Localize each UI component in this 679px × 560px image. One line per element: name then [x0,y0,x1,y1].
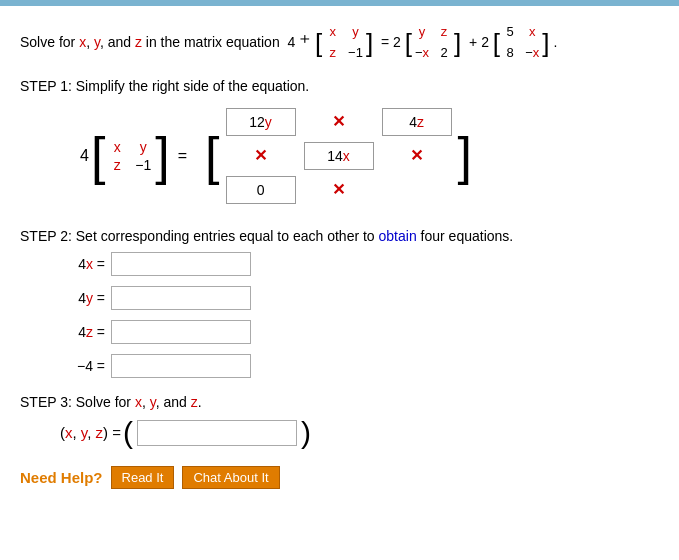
eq3-input[interactable] [111,320,251,344]
equation-row-1: 4x = [60,252,659,276]
x-icon-2: ✕ [226,146,296,165]
eq3-lhs: 4z = [60,324,105,340]
rhs-bracket-right: ] [458,130,472,182]
eq4-input[interactable] [111,354,251,378]
step1-label: STEP 1: Simplify the right side of the e… [20,78,659,94]
xyz-input[interactable] [137,420,297,446]
step1-equation: 4 [ x y z −1 ] = [ 12y ✕ 4z ✕ 14x ✕ 0 ✕ … [80,102,659,210]
eq1-input[interactable] [111,252,251,276]
rhs-bracket-left: [ [205,130,219,182]
result-matrix-grid: 12y ✕ 4z ✕ 14x ✕ 0 ✕ [220,102,458,210]
cell-12y: 12y [226,108,296,136]
step3-description: Solve for x, y, and z. [76,394,202,410]
cell-4z: 4z [382,108,452,136]
problem-header: Solve for x, y, and z in the matrix equa… [20,22,659,64]
lhs-scalar: 4 [80,147,89,165]
lhs-bracket-right: ] [155,130,169,182]
eq4-lhs: −4 = [60,358,105,374]
step2-label: STEP 2: Set corresponding entries equal … [20,228,659,244]
equals-sign: = [178,147,187,165]
equations-container: 4x = 4y = 4z = −4 = [60,252,659,378]
x-icon-1: ✕ [304,112,374,131]
eq2-lhs: 4y = [60,290,105,306]
eq2-input[interactable] [111,286,251,310]
close-paren: ) [301,418,311,448]
equation-row-3: 4z = [60,320,659,344]
chat-about-it-button[interactable]: Chat About It [182,466,279,489]
cell-0: 0 [226,176,296,204]
need-help-section: Need Help? Read It Chat About It [20,466,659,489]
read-it-button[interactable]: Read It [111,466,175,489]
cell-14x: 14x [304,142,374,170]
eq1-lhs: 4x = [60,256,105,272]
step1-description: Simplify the right side of the equation. [76,78,309,94]
x-icon-3: ✕ [382,146,452,165]
need-help-label: Need Help? [20,469,103,486]
lhs-bracket-left: [ [91,130,105,182]
step3-label: STEP 3: Solve for x, y, and z. [20,394,659,410]
xyz-label: (x, y, z) = [60,424,121,441]
x-icon-4: ✕ [304,180,374,199]
step3-row: (x, y, z) = ( ) [60,418,659,448]
step2-description: Set corresponding entries equal to each … [76,228,513,244]
equation-row-4: −4 = [60,354,659,378]
equation-row-2: 4y = [60,286,659,310]
open-paren: ( [123,418,133,448]
lhs-matrix: 4 [ x y z −1 ] = [80,130,195,182]
